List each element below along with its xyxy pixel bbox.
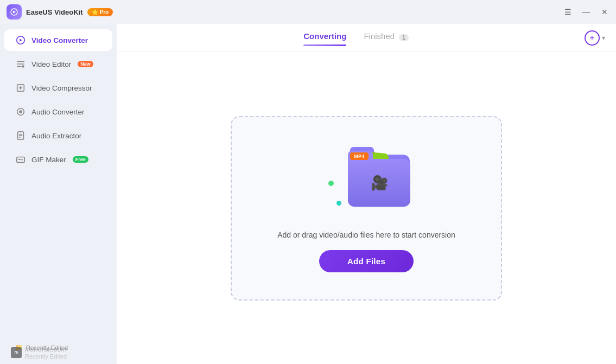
app-branding: EaseUS VideoKit ⭐ Pro — [7, 4, 113, 20]
tab-finished-content: Finished 1 — [364, 31, 408, 44]
add-button[interactable]: + — [585, 30, 600, 46]
sidebar-item-audio-converter[interactable]: Audio Converter — [4, 101, 112, 123]
window-controls: ☰ — ✕ — [563, 7, 609, 17]
sidebar-item-video-compressor[interactable]: Video Compressor — [4, 77, 112, 99]
svg-point-5 — [19, 110, 22, 113]
video-compressor-icon — [15, 82, 26, 93]
mp4-badge: MP4 — [350, 152, 369, 160]
sidebar: Video Converter Video Editor New Video C… — [0, 24, 117, 364]
audio-converter-icon — [15, 106, 26, 117]
sidebar-item-label: GIF Maker — [31, 156, 66, 164]
dot-green — [328, 181, 334, 186]
camera-icon: 🎥 — [371, 175, 388, 191]
tab-converting[interactable]: Converting — [303, 29, 346, 46]
drop-zone-illustration: MP4 🎥 — [323, 144, 410, 220]
gif-maker-icon — [15, 154, 26, 165]
pro-badge: ⭐ Pro — [87, 8, 113, 16]
sidebar-item-label: Audio Extractor — [31, 132, 81, 140]
main-layout: Video Converter Video Editor New Video C… — [0, 24, 616, 364]
dropdown-chevron-icon[interactable]: ▾ — [602, 34, 605, 42]
audio-extractor-icon — [15, 130, 26, 141]
content-area: Converting Finished 1 + ▾ — [117, 24, 616, 364]
video-converter-icon — [15, 35, 26, 46]
close-button[interactable]: ✕ — [600, 7, 609, 17]
finished-count-badge: 1 — [399, 34, 409, 41]
tab-bar-actions: + ▾ — [585, 30, 605, 46]
tab-bar: Converting Finished 1 + ▾ — [117, 24, 616, 52]
app-logo — [7, 4, 22, 20]
tab-finished[interactable]: Finished 1 — [364, 29, 408, 46]
sidebar-item-video-editor[interactable]: Video Editor New — [4, 53, 112, 75]
app-title: EaseUS VideoKit — [26, 8, 83, 16]
drop-instruction: Add or drag video/audio files here to st… — [277, 231, 455, 239]
sidebar-item-video-converter[interactable]: Video Converter — [4, 29, 112, 51]
video-editor-icon — [15, 59, 26, 69]
sidebar-item-label: Audio Converter — [31, 108, 85, 116]
free-badge: Free — [73, 156, 88, 163]
folder-front: 🎥 — [348, 159, 410, 207]
tab-finished-label: Finished — [364, 31, 395, 44]
tabs-container: Converting Finished 1 — [128, 29, 585, 46]
svg-rect-7 — [17, 157, 24, 163]
menu-button[interactable]: ☰ — [563, 7, 573, 17]
tab-finished-underline — [364, 44, 408, 46]
drop-zone[interactable]: MP4 🎥 Add or drag video/audio files here… — [231, 116, 502, 301]
add-files-button[interactable]: Add Files — [319, 250, 414, 272]
new-badge: New — [78, 61, 93, 67]
sidebar-item-audio-extractor[interactable]: Audio Extractor — [4, 125, 112, 146]
minimize-button[interactable]: — — [581, 7, 591, 17]
sidebar-item-label: Video Compressor — [31, 84, 92, 92]
tab-underline — [303, 44, 346, 46]
sidebar-item-gif-maker[interactable]: GIF Maker Free — [4, 149, 112, 170]
sidebar-item-label: Video Converter — [31, 36, 88, 44]
svg-point-2 — [22, 65, 24, 68]
tab-converting-label: Converting — [303, 31, 346, 44]
drop-zone-wrapper: MP4 🎥 Add or drag video/audio files here… — [117, 52, 616, 364]
dot-teal — [336, 201, 341, 206]
title-bar: EaseUS VideoKit ⭐ Pro ☰ — ✕ — [0, 0, 616, 24]
sidebar-item-label: Video Editor — [31, 60, 71, 68]
